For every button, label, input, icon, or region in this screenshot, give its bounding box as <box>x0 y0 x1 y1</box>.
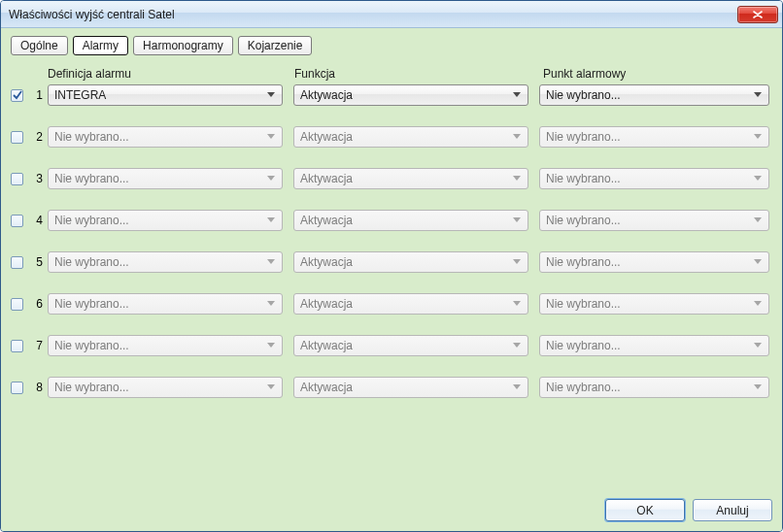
client-area: Ogólne Alarmy Harmonogramy Kojarzenie De… <box>1 28 782 531</box>
combo-alarm-point[interactable]: Nie wybrano... <box>539 84 769 106</box>
chevron-down-icon <box>510 259 524 265</box>
svg-marker-17 <box>754 301 762 306</box>
svg-marker-8 <box>754 176 762 181</box>
alarm-row: 7Nie wybrano...AktywacjaNie wybrano... <box>11 335 772 356</box>
svg-marker-18 <box>267 343 275 348</box>
row-number: 8 <box>29 381 45 394</box>
svg-marker-6 <box>267 176 275 181</box>
combo-definition[interactable]: INTEGRA <box>48 84 283 106</box>
combo-alarm-point: Nie wybrano... <box>539 126 769 148</box>
combo-function: Aktywacja <box>293 293 528 315</box>
alarm-row: 4Nie wybrano...AktywacjaNie wybrano... <box>11 210 772 231</box>
row-checkbox[interactable] <box>11 298 23 311</box>
svg-marker-13 <box>513 259 521 264</box>
tab-schedules[interactable]: Harmonogramy <box>133 36 233 55</box>
combo-function-label: Aktywacja <box>300 339 510 352</box>
header-definition: Definicja alarmu <box>48 67 290 81</box>
row-number: 7 <box>29 339 45 352</box>
header-alarm-point: Punkt alarmowy <box>533 67 771 81</box>
chevron-down-icon <box>264 92 278 98</box>
chevron-down-icon <box>510 384 524 390</box>
chevron-down-icon <box>264 176 278 182</box>
row-checkbox[interactable] <box>11 131 23 144</box>
combo-function: Aktywacja <box>293 168 528 189</box>
titlebar: Właściwości wyjść centrali Satel <box>1 1 782 28</box>
chevron-down-icon <box>751 301 765 307</box>
check-icon <box>13 90 22 100</box>
combo-function: Aktywacja <box>293 251 528 273</box>
combo-alarm-point: Nie wybrano... <box>539 335 769 356</box>
svg-marker-9 <box>267 217 275 222</box>
tab-pairing[interactable]: Kojarzenie <box>238 36 313 55</box>
ok-button[interactable]: OK <box>605 499 685 521</box>
svg-marker-11 <box>754 217 762 222</box>
combo-alarm-point: Nie wybrano... <box>539 293 769 315</box>
combo-definition: Nie wybrano... <box>48 377 283 398</box>
combo-function-label: Aktywacja <box>300 255 510 269</box>
row-checkbox[interactable] <box>11 340 23 352</box>
row-checkbox[interactable] <box>11 256 23 269</box>
svg-marker-22 <box>513 384 521 389</box>
row-checkbox[interactable] <box>11 215 23 227</box>
svg-marker-15 <box>267 301 275 306</box>
combo-function[interactable]: Aktywacja <box>293 84 528 106</box>
combo-alarm-point: Nie wybrano... <box>539 251 769 273</box>
chevron-down-icon <box>510 92 524 98</box>
combo-alarm-point: Nie wybrano... <box>539 168 769 189</box>
tab-bar: Ogólne Alarmy Harmonogramy Kojarzenie <box>11 36 772 55</box>
combo-definition-label: Nie wybrano... <box>54 214 264 227</box>
tab-general[interactable]: Ogólne <box>11 36 68 55</box>
combo-definition: Nie wybrano... <box>48 168 283 189</box>
svg-marker-7 <box>513 176 521 181</box>
combo-definition-label: Nie wybrano... <box>54 255 264 269</box>
tab-alarms[interactable]: Alarmy <box>73 36 128 55</box>
combo-definition: Nie wybrano... <box>48 126 283 148</box>
combo-definition-label: INTEGRA <box>54 88 264 102</box>
row-checkbox[interactable] <box>11 382 23 394</box>
combo-alarm-point-label: Nie wybrano... <box>546 130 751 144</box>
close-icon <box>753 11 763 18</box>
svg-marker-5 <box>754 134 762 139</box>
combo-function-label: Aktywacja <box>300 297 510 311</box>
column-headers: Definicja alarmu Funkcja Punkt alarmowy <box>11 67 772 84</box>
svg-marker-0 <box>267 92 275 97</box>
chevron-down-icon <box>751 217 765 223</box>
combo-alarm-point-label: Nie wybrano... <box>546 172 751 185</box>
svg-marker-4 <box>513 134 521 139</box>
cancel-button-label: Anuluj <box>716 504 748 517</box>
chevron-down-icon <box>751 384 765 390</box>
chevron-down-icon <box>751 259 765 265</box>
combo-function-label: Aktywacja <box>300 172 510 185</box>
combo-function: Aktywacja <box>293 377 528 398</box>
svg-marker-3 <box>267 134 275 139</box>
combo-alarm-point-label: Nie wybrano... <box>546 214 751 227</box>
row-checkbox[interactable] <box>11 173 23 185</box>
window-title: Właściwości wyjść centrali Satel <box>9 8 737 21</box>
row-checkbox[interactable] <box>11 89 23 102</box>
svg-marker-19 <box>513 343 521 348</box>
chevron-down-icon <box>510 217 524 223</box>
chevron-down-icon <box>510 176 524 182</box>
chevron-down-icon <box>751 92 765 98</box>
svg-marker-23 <box>754 384 762 389</box>
chevron-down-icon <box>264 384 278 390</box>
combo-definition: Nie wybrano... <box>48 335 283 356</box>
svg-marker-12 <box>267 259 275 264</box>
combo-function-label: Aktywacja <box>300 88 510 102</box>
combo-function-label: Aktywacja <box>300 130 510 144</box>
dialog-window: Właściwości wyjść centrali Satel Ogólne … <box>0 0 783 532</box>
svg-marker-20 <box>754 343 762 348</box>
chevron-down-icon <box>751 343 765 349</box>
chevron-down-icon <box>510 301 524 307</box>
chevron-down-icon <box>264 259 278 265</box>
alarm-row: 1INTEGRAAktywacjaNie wybrano... <box>11 84 772 106</box>
combo-function-label: Aktywacja <box>300 381 510 394</box>
combo-definition-label: Nie wybrano... <box>54 297 264 311</box>
chevron-down-icon <box>264 343 278 349</box>
rows-container: 1INTEGRAAktywacjaNie wybrano...2Nie wybr… <box>11 84 772 398</box>
cancel-button[interactable]: Anuluj <box>693 499 772 521</box>
close-button[interactable] <box>737 6 778 23</box>
combo-definition-label: Nie wybrano... <box>54 339 264 352</box>
dialog-footer: OK Anuluj <box>11 489 772 521</box>
row-number: 4 <box>29 214 45 227</box>
